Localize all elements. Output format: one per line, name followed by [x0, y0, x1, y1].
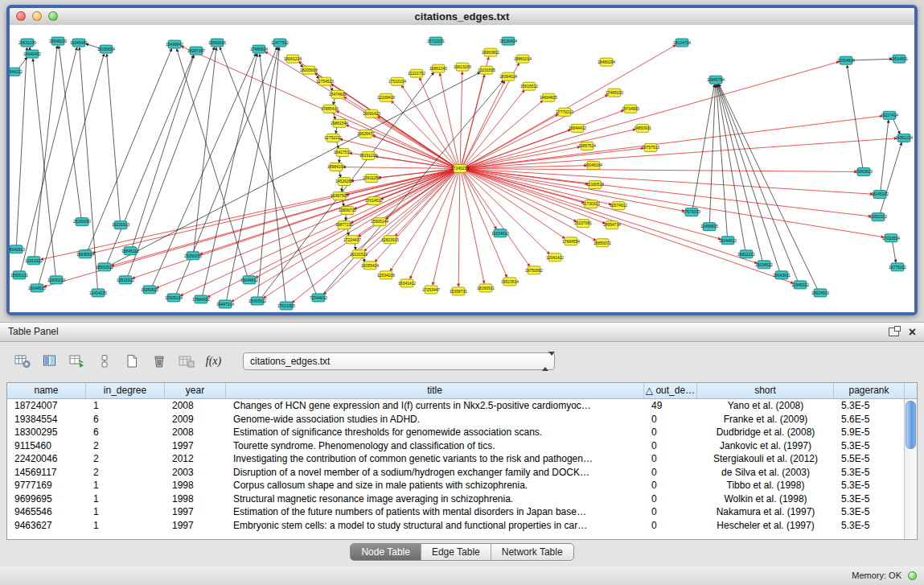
table-row[interactable]: 1872400712008Changes of HCN gene express… [7, 399, 905, 413]
zoom-window-button[interactable] [48, 11, 58, 21]
table-cell[interactable]: 9777169 [7, 479, 86, 492]
graph-node[interactable]: 16845794 [707, 76, 725, 84]
table-cell[interactable]: 0 [644, 413, 697, 426]
table-cell[interactable]: Jankovic et al. (1997) [697, 439, 834, 453]
graph-node[interactable]: 19613206 [454, 63, 471, 71]
graph-node[interactable]: 19447314 [216, 300, 234, 308]
table-cell[interactable]: Stergiakouli et al. (2012) [697, 452, 834, 466]
table-cell[interactable]: 1 [86, 492, 165, 506]
table-cell[interactable]: Estimation of significance thresholds fo… [226, 426, 644, 439]
column-header-out_de[interactable]: △ out_de… [644, 383, 697, 398]
graph-node[interactable]: 15722031 [427, 37, 445, 45]
graph-node[interactable]: 12041422 [546, 253, 564, 262]
graph-node[interactable]: 18040913 [10, 245, 25, 253]
graph-node[interactable]: 16963802 [482, 48, 499, 56]
tab-network-table[interactable]: Network Table [491, 544, 573, 560]
table-cell[interactable]: 9115460 [7, 439, 86, 453]
graph-node[interactable]: 16061224 [284, 55, 302, 63]
table-cell[interactable]: 2009 [165, 413, 226, 426]
table-cell[interactable]: Embryonic stem cells: a model to study s… [226, 519, 644, 533]
window-titlebar[interactable]: citations_edges.txt [10, 8, 914, 26]
table-cell[interactable]: Dudbridge et al. (2008) [697, 426, 834, 439]
graph-node[interactable]: 13231505 [478, 66, 495, 74]
column-header-year[interactable]: year [165, 383, 226, 398]
float-panel-icon[interactable] [889, 328, 899, 336]
graph-node[interactable]: 19260615 [141, 286, 158, 294]
table-row[interactable]: 1830029562008Estimation of significance … [7, 426, 905, 439]
graph-node[interactable]: 17014512 [365, 197, 383, 205]
table-cell[interactable]: Disruption of a novel member of a sodium… [226, 466, 644, 480]
table-cell[interactable]: 6 [86, 426, 165, 439]
graph-node[interactable]: 14664605 [540, 93, 557, 101]
table-cell[interactable]: 9465546 [7, 505, 86, 519]
table-cell[interactable]: 2012 [165, 452, 226, 466]
network-canvas-svg[interactable]: 1724023420631239185482161934548116150654… [10, 25, 914, 312]
graph-node[interactable]: 14850931 [634, 124, 651, 132]
graph-node[interactable]: 17485033 [606, 89, 623, 97]
graph-node[interactable]: 12414235 [89, 289, 107, 297]
table-cell[interactable]: 5.3E-5 [834, 505, 905, 519]
graph-node[interactable]: 16844412 [569, 124, 586, 132]
table-cell[interactable]: 5.3E-5 [834, 439, 905, 453]
function-builder-button[interactable]: f(x) [203, 351, 224, 372]
column-header-title[interactable]: title [226, 383, 644, 398]
table-cell[interactable]: 22420046 [7, 452, 86, 466]
graph-node[interactable]: 18245102 [871, 191, 889, 199]
column-header-short[interactable]: short [697, 383, 834, 398]
edit-columns-icon[interactable] [66, 351, 88, 372]
table-cell[interactable]: 5.3E-5 [834, 399, 905, 413]
graph-node[interactable]: 18480294 [598, 58, 615, 66]
table-cell[interactable]: Franke et al. (2009) [697, 413, 834, 426]
graph-node[interactable]: 12160518 [586, 181, 604, 189]
graph-node[interactable]: 17613305 [277, 302, 295, 310]
graph-node[interactable]: 13911253 [363, 175, 380, 183]
table-row[interactable]: 2242004622012Investigating the contribut… [7, 452, 905, 466]
scrollbar-thumb[interactable] [906, 401, 916, 449]
table-cell[interactable]: 0 [644, 505, 697, 519]
table-cell[interactable]: Corpus callosum shape and size in male p… [226, 479, 644, 492]
graph-node[interactable]: 16341412 [398, 279, 416, 287]
column-header-in_degree[interactable]: in_degree [86, 383, 165, 398]
graph-node[interactable]: 25260051 [184, 252, 202, 260]
table-cell[interactable]: Tourette syndrome. Phenomenology and cla… [226, 439, 644, 453]
table-cell[interactable]: 19384554 [7, 413, 86, 426]
table-cell[interactable]: 6 [86, 413, 165, 426]
graph-node[interactable]: 12209418 [377, 93, 395, 101]
graph-node[interactable]: 16626471 [357, 130, 375, 138]
graph-node[interactable]: 16367505 [331, 192, 348, 200]
table-row[interactable]: 946554611997Estimation of the future num… [7, 505, 905, 519]
graph-node[interactable]: 16861343 [429, 64, 447, 72]
table-cell[interactable]: 0 [644, 452, 697, 466]
table-cell[interactable]: 1997 [165, 505, 226, 519]
graph-node[interactable]: 14526263 [335, 178, 353, 186]
table-cell[interactable]: 2 [86, 466, 165, 480]
graph-node[interactable]: 15034522 [755, 261, 773, 269]
graph-node[interactable]: 19857514 [578, 142, 596, 150]
graph-node[interactable]: 16231913 [112, 221, 129, 229]
table-cell[interactable]: 1997 [165, 519, 226, 533]
table-cell[interactable]: Tibbo et al. (1998) [697, 479, 834, 492]
graph-node[interactable]: 15237081 [574, 220, 592, 228]
graph-node[interactable]: 17253447 [422, 286, 440, 294]
table-cell[interactable]: 14569117 [7, 466, 86, 480]
table-row[interactable]: 1938455462009Genome-wide association stu… [7, 413, 905, 426]
graph-node[interactable]: 19750562 [525, 266, 543, 274]
graph-node[interactable]: 18124704 [673, 39, 691, 47]
table-row[interactable]: 911546021997Tourette syndrome. Phenomeno… [7, 439, 905, 453]
table-cell[interactable]: 0 [644, 466, 697, 480]
graph-node[interactable]: 17679193 [683, 208, 700, 216]
graph-node[interactable]: 18364024 [499, 72, 517, 80]
table-cell[interactable]: 5.3E-5 [834, 519, 905, 533]
graph-node[interactable]: 15905134 [165, 294, 183, 302]
graph-node[interactable]: 19811221 [737, 250, 755, 258]
graph-node[interactable]: 19861544 [331, 119, 348, 127]
close-window-button[interactable] [16, 11, 26, 21]
table-cell[interactable]: 1 [86, 479, 165, 492]
graph-node[interactable]: 18205008 [300, 66, 318, 74]
graph-node[interactable]: 19560026 [208, 39, 226, 47]
graph-node[interactable]: 12534206 [377, 271, 395, 279]
table-cell[interactable]: 5.3E-5 [834, 492, 905, 506]
table-cell[interactable]: 2 [86, 452, 165, 466]
table-cell[interactable]: 0 [644, 519, 697, 533]
graph-node[interactable]: 15063912 [248, 297, 266, 305]
